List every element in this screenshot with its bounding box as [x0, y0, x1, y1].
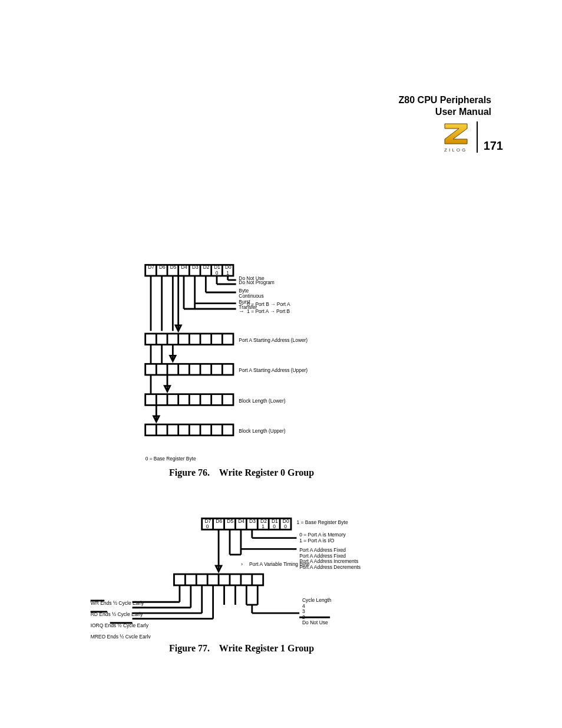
doc-title-1: Z80 CPU Peripherals: [350, 94, 503, 106]
wr0-row-label: Block Length (Lower): [239, 398, 285, 404]
caption-prefix: Figure 77.: [169, 643, 210, 653]
svg-text:D3: D3: [249, 518, 256, 524]
brand-logo: ZILOG: [442, 121, 478, 153]
svg-text:1: 1: [262, 523, 265, 529]
figure-76-diagram: D7 D6 D5 D4 D3 D2 D1 D0 0 1: [77, 259, 324, 463]
wr0-row-label: Port A Starting Address (Lower): [239, 337, 308, 343]
figure-77-caption: Figure 77. Write Register 1 Group: [77, 643, 406, 654]
svg-text:1: 1: [226, 270, 229, 276]
figure-76-caption: Figure 76. Write Register 0 Group: [77, 467, 406, 478]
svg-text:D4: D4: [181, 264, 187, 270]
svg-text:→: →: [239, 308, 244, 314]
svg-text:D2: D2: [203, 264, 210, 270]
wr1-early: WR Ends ½ Cycle Early: [91, 600, 144, 606]
wr1-early: RD Ends ½ Cycle Early: [91, 611, 144, 617]
caption-text: Write Register 0 Group: [219, 467, 314, 477]
figure-77: D7 D6 D5 D4 D3 D2 D1 D0 0 1 0 0 › Port A…: [77, 513, 406, 654]
wr1-label: 1 = Port A is I/O: [299, 538, 335, 543]
svg-text:0: 0: [284, 523, 287, 529]
wr1-early: IORQ Ends ½ Cycle Early: [91, 622, 149, 628]
svg-text:D7: D7: [148, 264, 154, 270]
page-number: 171: [484, 139, 503, 153]
svg-text:1 = Port A → Port B: 1 = Port A → Port B: [247, 308, 290, 314]
wr0-base-label: 0 = Base Register Byte: [146, 456, 196, 462]
header-logo-row: ZILOG 171: [350, 121, 503, 153]
wr0-label: Do Not Program: [239, 279, 275, 285]
svg-text:D4: D4: [238, 518, 244, 524]
wr1-cycle-title: Cycle Length: [302, 597, 332, 603]
svg-text:0 = Port B → Port A: 0 = Port B → Port A: [247, 301, 290, 307]
doc-title-2: User Manual: [350, 106, 503, 118]
caption-prefix: Figure 76.: [169, 467, 210, 477]
svg-text:D5: D5: [227, 518, 233, 524]
zilog-z-icon: [442, 121, 470, 146]
wr0-row-label: Block Length (Upper): [239, 428, 285, 434]
wr0-row-label: Port A Starting Address (Upper): [239, 367, 308, 373]
svg-text:0: 0: [206, 523, 209, 529]
svg-text:D6: D6: [216, 518, 222, 524]
svg-text:D5: D5: [170, 264, 177, 270]
wr1-cycle: Do Not Use: [302, 620, 328, 625]
caption-text: Write Register 1 Group: [219, 643, 314, 653]
svg-text:›: ›: [241, 561, 243, 567]
wr1-base-label: 1 = Base Register Byte: [296, 519, 348, 525]
svg-text:D6: D6: [159, 264, 166, 270]
figure-77-diagram: D7 D6 D5 D4 D3 D2 D1 D0 0 1 0 0 › Port A…: [77, 513, 383, 638]
page-header: Z80 CPU Peripherals User Manual ZILOG 17…: [350, 94, 503, 153]
svg-text:0: 0: [273, 523, 276, 529]
brand-text: ZILOG: [444, 147, 467, 153]
figure-76: D7 D6 D5 D4 D3 D2 D1 D0 0 1: [77, 259, 406, 478]
wr1-early: MREQ Ends ½ Cycle Early: [91, 634, 151, 638]
svg-text:0: 0: [216, 270, 219, 276]
wr1-label: Port A Address Decrements: [299, 564, 361, 570]
svg-text:→: →: [239, 301, 244, 307]
svg-text:D3: D3: [192, 264, 199, 270]
